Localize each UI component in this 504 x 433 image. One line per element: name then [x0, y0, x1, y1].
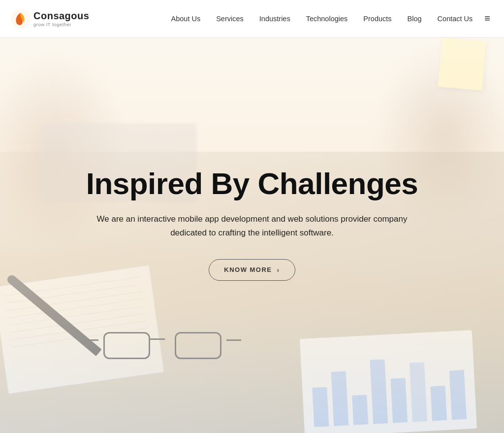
- logo-brand: Consagous: [33, 10, 89, 22]
- logo[interactable]: Consagous grow IT together: [10, 8, 89, 30]
- logo-text: Consagous grow IT together: [33, 10, 89, 27]
- hero-content: Inspired By Challenges We are an interac…: [0, 0, 504, 433]
- nav-industries[interactable]: Industries: [252, 11, 297, 27]
- logo-tagline: grow IT together: [33, 22, 89, 27]
- nav-blog[interactable]: Blog: [401, 11, 429, 27]
- nav-contact-us[interactable]: Contact Us: [431, 11, 480, 27]
- hero-subtext: We are an interactive mobile app develop…: [85, 212, 419, 239]
- nav-services[interactable]: Services: [209, 11, 251, 27]
- header: Consagous grow IT together About Us Serv…: [0, 0, 504, 37]
- know-more-label: KNOW MORE: [224, 266, 272, 273]
- nav-technologies[interactable]: Technologies: [299, 11, 355, 27]
- main-nav: About Us Services Industries Technologie…: [164, 11, 490, 27]
- logo-icon: [10, 8, 32, 30]
- chevron-right-icon: ›: [277, 266, 280, 274]
- know-more-button[interactable]: KNOW MORE ›: [209, 259, 295, 281]
- hamburger-menu-icon[interactable]: ≡: [484, 13, 490, 24]
- nav-about-us[interactable]: About Us: [164, 11, 208, 27]
- nav-products[interactable]: Products: [356, 11, 398, 27]
- hero-heading: Inspired By Challenges: [86, 167, 418, 200]
